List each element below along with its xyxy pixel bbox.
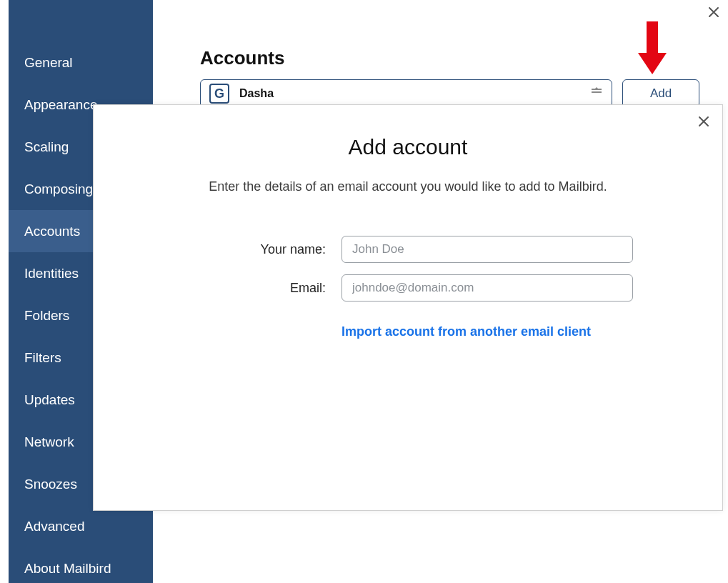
import-account-link[interactable]: Import account from another email client <box>341 324 633 339</box>
account-row: G Dasha Add <box>200 79 699 108</box>
close-icon <box>708 5 719 21</box>
dialog-subtitle: Enter the details of an email account yo… <box>94 179 722 194</box>
add-account-button[interactable]: Add <box>622 79 699 108</box>
email-input[interactable] <box>341 274 633 302</box>
sidebar-item-label: Composing <box>24 181 93 197</box>
sidebar-item-label: Filters <box>24 350 61 366</box>
sidebar-item-label: Accounts <box>24 224 80 239</box>
account-name: Dasha <box>239 87 580 100</box>
sidebar-item-label: General <box>24 55 73 71</box>
sidebar-item-label: Updates <box>24 392 75 408</box>
sidebar-item-label: About Mailbird <box>24 561 111 577</box>
sidebar-item-label: Scaling <box>24 139 69 155</box>
spacer <box>183 324 326 339</box>
name-label: Your name: <box>183 242 326 257</box>
close-dialog-button[interactable] <box>695 114 712 131</box>
sidebar-item-label: Folders <box>24 308 69 324</box>
email-label: Email: <box>183 281 326 296</box>
add-account-dialog: Add account Enter the details of an emai… <box>93 104 723 511</box>
sidebar-item-label: Advanced <box>24 519 85 534</box>
import-row: Import account from another email client <box>94 324 722 339</box>
sidebar-item-label: Snoozes <box>24 477 77 492</box>
close-settings-button[interactable] <box>705 4 722 21</box>
add-account-form: Your name: Email: Import account from an… <box>94 236 722 339</box>
name-input[interactable] <box>341 236 633 263</box>
close-icon <box>698 114 709 131</box>
sidebar-item-label: Network <box>24 434 74 450</box>
sidebar-item-label: Identities <box>24 266 79 281</box>
reorder-handle-icon[interactable] <box>590 89 603 99</box>
name-row: Your name: <box>94 236 722 263</box>
sidebar-item-general[interactable]: General <box>9 41 153 84</box>
page-title: Accounts <box>200 47 699 69</box>
email-row: Email: <box>94 274 722 302</box>
account-card[interactable]: G Dasha <box>200 79 612 108</box>
sidebar-item-advanced[interactable]: Advanced <box>9 505 153 547</box>
sidebar-item-about[interactable]: About Mailbird <box>9 547 153 583</box>
dialog-title: Add account <box>94 135 722 159</box>
account-avatar-letter: G <box>214 86 224 101</box>
sidebar-item-label: Appearance <box>24 97 97 113</box>
account-avatar-icon: G <box>209 84 229 104</box>
